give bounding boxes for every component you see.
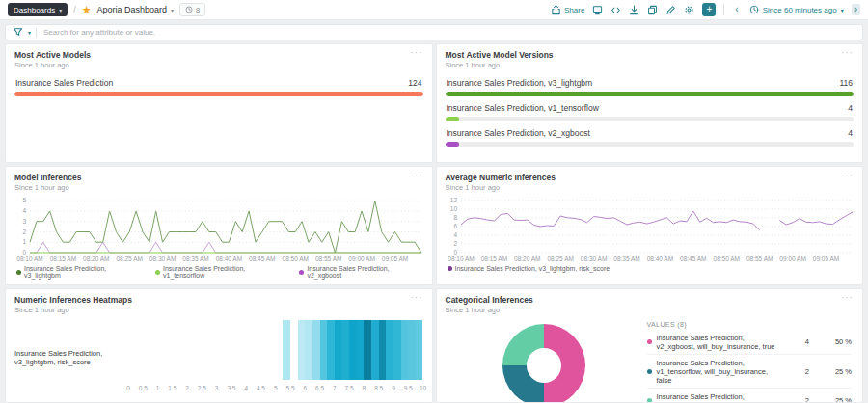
panel-categorical-inferences: Categorical Inferences Since 1 hour ago … bbox=[436, 288, 864, 403]
panel-menu-button[interactable]: ··· bbox=[411, 50, 423, 55]
heatmap-cell bbox=[408, 320, 416, 380]
axis-tick-label: 7 bbox=[333, 385, 337, 391]
panel-title: Average Numeric Inferences bbox=[446, 173, 556, 182]
axis-tick-label: 7.5 bbox=[345, 385, 354, 391]
svg-text:0: 0 bbox=[22, 249, 26, 255]
share-button[interactable]: Share bbox=[551, 5, 584, 15]
embed-code-button[interactable] bbox=[610, 5, 621, 15]
heatmap-cell bbox=[320, 320, 328, 380]
download-button[interactable] bbox=[629, 5, 639, 15]
svg-text:0: 0 bbox=[453, 249, 457, 255]
axis-tick-label: 1 bbox=[156, 385, 160, 391]
legend-item[interactable]: Insurance Sales Prediction, v1_tensorflo… bbox=[155, 265, 285, 279]
favorite-star-icon[interactable]: ★ bbox=[82, 5, 92, 15]
svg-text:3: 3 bbox=[22, 218, 26, 225]
heatmap-band bbox=[128, 320, 423, 380]
chevron-down-icon: ▾ bbox=[59, 7, 62, 13]
axis-tick-label: 9 bbox=[392, 385, 395, 391]
present-button[interactable] bbox=[592, 5, 603, 15]
svg-text:1: 1 bbox=[22, 238, 26, 245]
panel-title: Most Active Model Versions bbox=[446, 50, 554, 60]
svg-text:08:30 AM: 08:30 AM bbox=[149, 255, 176, 262]
donut-chart[interactable] bbox=[502, 324, 585, 403]
time-next-button[interactable]: › bbox=[852, 4, 860, 15]
bar-label: Insurance Sales Prediction, v2_xgboost bbox=[447, 128, 590, 138]
legend-item[interactable]: Insurance Sales Prediction, v3_lightgbm,… bbox=[448, 265, 610, 272]
svg-text:08:40 AM: 08:40 AM bbox=[216, 255, 242, 262]
axis-tick-label: 8.5 bbox=[374, 385, 383, 391]
panel-subtitle: Since 1 hour ago bbox=[446, 306, 533, 314]
search-input[interactable] bbox=[41, 27, 855, 38]
legend-item[interactable]: Insurance Sales Prediction, v3_lightgbm bbox=[16, 265, 142, 279]
panel-menu-button[interactable]: ··· bbox=[411, 173, 423, 177]
bar-track bbox=[446, 142, 854, 147]
bar-fill bbox=[14, 92, 423, 96]
svg-text:08:55 AM: 08:55 AM bbox=[315, 255, 341, 262]
values-table-row: Insurance Sales Prediction, v2_xgboost, … bbox=[647, 330, 853, 355]
bar-fill bbox=[446, 92, 854, 96]
value-label: Insurance Sales Prediction, v1_tensorflo… bbox=[657, 359, 783, 385]
time-prev-button[interactable]: ‹ bbox=[732, 4, 741, 15]
svg-text:10: 10 bbox=[449, 205, 457, 212]
legend-dot-icon bbox=[647, 398, 652, 403]
heatmap-cell bbox=[357, 320, 365, 380]
bar-track bbox=[14, 92, 423, 96]
settings-button[interactable] bbox=[684, 5, 694, 15]
svg-text:09:00 AM: 09:00 AM bbox=[348, 255, 374, 262]
legend-dot-icon bbox=[647, 369, 652, 374]
bar-row: Insurance Sales Prediction, v1_tensorflo… bbox=[446, 103, 854, 121]
axis-tick-label: 4.5 bbox=[257, 385, 265, 391]
legend-dot-icon bbox=[448, 266, 452, 271]
series-line bbox=[30, 242, 421, 253]
duplicate-button[interactable] bbox=[647, 5, 658, 15]
values-table: VALUES (8) Insurance Sales Prediction, v… bbox=[643, 316, 854, 403]
svg-text:2: 2 bbox=[453, 240, 457, 247]
legend-dot-icon bbox=[155, 270, 160, 275]
heatmap-cell bbox=[349, 320, 357, 380]
svg-text:08:50 AM: 08:50 AM bbox=[283, 255, 309, 262]
dashboards-menu-button[interactable]: Dashboards ▾ bbox=[8, 3, 68, 16]
panel-subtitle: Since 1 hour ago bbox=[446, 183, 556, 192]
edit-button[interactable] bbox=[665, 5, 676, 15]
panel-menu-button[interactable]: ··· bbox=[411, 295, 423, 300]
panel-subtitle: Since 1 hour ago bbox=[14, 61, 91, 69]
heatmap-cell bbox=[416, 320, 423, 380]
panel-title: Categorical Inferences bbox=[446, 295, 533, 305]
heatmap-cell bbox=[401, 320, 409, 380]
svg-text:2: 2 bbox=[22, 228, 26, 235]
svg-text:08:15 AM: 08:15 AM bbox=[480, 255, 506, 262]
panel-menu-button[interactable]: ··· bbox=[841, 173, 854, 177]
panel-menu-button[interactable]: ··· bbox=[841, 50, 854, 55]
clock-icon bbox=[185, 6, 193, 13]
series-line bbox=[30, 201, 421, 253]
axis-tick-label: 3 bbox=[215, 385, 219, 391]
heatmap-cell bbox=[305, 320, 312, 380]
legend-dot-icon bbox=[299, 270, 304, 275]
line-chart-svg: 02468101208:10 AM08:15 AM08:20 AM08:25 A… bbox=[446, 194, 854, 263]
bar-value: 124 bbox=[408, 78, 421, 88]
bar-label: Insurance Sales Prediction, v3_lightgbm bbox=[447, 78, 593, 88]
gear-icon bbox=[684, 5, 694, 15]
svg-text:08:35 AM: 08:35 AM bbox=[613, 255, 639, 262]
svg-text:08:25 AM: 08:25 AM bbox=[116, 255, 142, 262]
panel-title: Model Inferences bbox=[14, 173, 81, 182]
panel-title: Most Active Models bbox=[14, 50, 91, 60]
donut-chart-wrapper bbox=[446, 316, 643, 403]
dashboard-title[interactable]: Aporia Dashboard ▾ bbox=[97, 5, 175, 14]
filter-icon[interactable] bbox=[13, 27, 23, 38]
svg-text:5: 5 bbox=[22, 197, 26, 203]
panel-menu-button[interactable]: ··· bbox=[841, 295, 854, 300]
svg-text:08:10 AM: 08:10 AM bbox=[16, 255, 42, 262]
filter-chevron-icon[interactable]: ▾ bbox=[28, 29, 31, 36]
breadcrumb-separator: / bbox=[73, 5, 76, 14]
legend-item[interactable]: Insurance Sales Prediction, v2_xgboost bbox=[299, 265, 422, 279]
time-range-picker[interactable]: Since 60 minutes ago ▾ bbox=[749, 5, 844, 14]
heatmap-cell bbox=[371, 320, 379, 380]
svg-text:6: 6 bbox=[453, 223, 457, 229]
value-label: Insurance Sales Prediction, v1_tensorflo… bbox=[657, 392, 783, 403]
add-widget-button[interactable]: + bbox=[702, 3, 716, 16]
share-label: Share bbox=[564, 6, 584, 14]
heatmap-cell bbox=[327, 320, 335, 380]
axis-tick-label: 6.5 bbox=[315, 385, 324, 391]
legend-label: Insurance Sales Prediction, v3_lightgbm,… bbox=[455, 265, 610, 272]
